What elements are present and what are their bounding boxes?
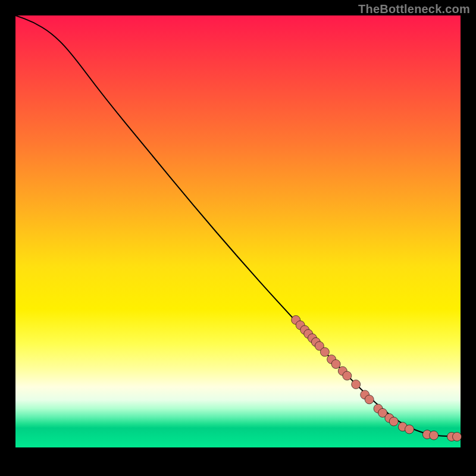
data-point	[331, 359, 340, 368]
chart-frame: TheBottleneck.com	[0, 0, 476, 476]
data-points	[292, 315, 462, 441]
data-point	[365, 395, 374, 404]
data-point	[405, 425, 414, 434]
data-point	[343, 371, 352, 380]
data-point	[453, 432, 462, 441]
plot-svg	[15, 15, 461, 447]
data-point	[320, 347, 329, 356]
plot-area	[15, 15, 461, 447]
watermark-text: TheBottleneck.com	[358, 2, 470, 16]
main-curve	[15, 15, 461, 437]
data-point	[389, 417, 398, 426]
data-point	[430, 431, 439, 440]
data-point	[352, 380, 361, 389]
